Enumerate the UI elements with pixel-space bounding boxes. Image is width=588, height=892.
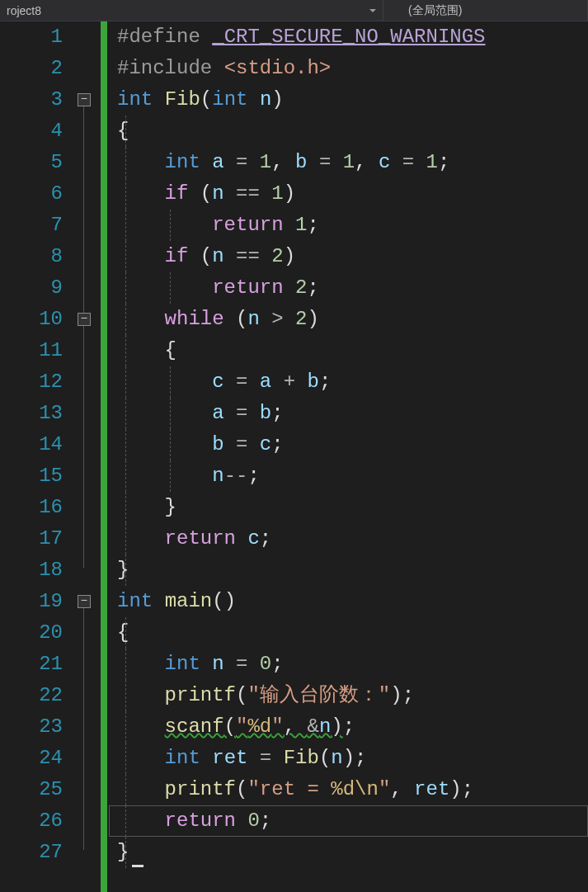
indent-guide [170,398,171,429]
fold-toggle[interactable]: − [78,313,91,326]
comma: , [355,151,379,173]
code-line[interactable]: int ret = Fib(n); [117,743,588,774]
line-number: 12 [0,366,63,398]
format-specifier: %d [331,778,355,800]
code-editor[interactable]: 1 2 3 4 5 6 7 8 9 10 11 12 13 14 15 16 1… [0,21,588,892]
variable: n [331,747,342,769]
code-line[interactable]: n--; [117,460,588,492]
code-line[interactable]: return 0; [117,805,588,837]
code-line[interactable]: return 1; [117,210,588,241]
line-number: 8 [0,241,63,272]
paren: ( [236,684,247,706]
variable: n [247,308,259,330]
indent-guide [125,429,126,460]
line-number: 5 [0,147,63,178]
indent-guide [125,837,126,868]
string-quote: " [271,715,283,738]
fold-toggle[interactable]: − [78,595,91,608]
code-line[interactable]: { [117,116,588,147]
type-keyword: int [117,88,153,111]
semicolon: ; [438,151,449,173]
string-quote: " [236,715,247,738]
indent-guide [125,649,126,680]
code-line[interactable]: return 2; [117,272,588,304]
code-line[interactable]: } [117,555,588,586]
code-line[interactable]: int Fib(int n) [117,84,588,116]
indent-guide [125,241,126,272]
operator: = [224,653,260,675]
paren: ) [343,747,355,769]
paren: ) [449,778,461,800]
navigation-bar: roject8 (全局范围) [0,0,588,21]
number: 1 [260,151,271,173]
indent-guide [125,147,126,178]
number: 0 [247,809,259,832]
paren: ( [200,88,212,111]
scope-dropdown[interactable]: (全局范围) [383,0,588,21]
line-number: 22 [0,680,63,711]
paren: ) [307,308,318,330]
variable: n [212,245,223,267]
variable: c [212,370,223,393]
project-dropdown[interactable]: roject8 [0,0,383,21]
code-line[interactable]: #define _CRT_SECURE_NO_WARNINGS [117,21,588,53]
line-number: 14 [0,429,63,460]
semicolon: ; [402,684,414,706]
code-line[interactable]: } [117,837,588,868]
code-line[interactable]: if (n == 2) [117,241,588,272]
number: 2 [295,308,307,330]
code-line[interactable]: printf("输入台阶数："); [117,680,588,711]
code-line[interactable]: { [117,335,588,366]
operator: = [247,747,283,769]
code-line[interactable]: int main() [117,586,588,617]
code-line[interactable]: { [117,617,588,649]
variable: a [212,402,223,424]
line-number: 7 [0,210,63,241]
semicolon: ; [260,809,271,832]
control-keyword: return [212,276,283,299]
string-literal: "输入台阶数：" [247,684,390,706]
indent-guide [125,711,126,743]
code-line[interactable]: int a = 1, b = 1, c = 1; [117,147,588,178]
code-line[interactable]: a = b; [117,398,588,429]
code-line[interactable]: if (n == 1) [117,178,588,210]
paren: ) [224,590,236,612]
comma: , [390,778,414,800]
code-line[interactable]: } [117,492,588,523]
paren: ( [236,778,247,800]
code-line[interactable]: while (n > 2) [117,304,588,335]
brace: { [117,621,129,644]
paren: ) [271,88,283,111]
control-keyword: if [165,245,189,267]
code-line[interactable]: #include <stdio.h> [117,53,588,84]
fold-toggle[interactable]: − [78,93,91,106]
function-name: Fib [165,88,200,111]
operator: = [390,151,426,173]
fold-line [83,608,84,850]
operator: = [224,151,260,173]
variable: n [212,465,223,487]
indent-guide [170,366,171,398]
code-line[interactable]: int n = 0; [117,649,588,680]
operator: & [307,715,318,738]
line-number: 1 [0,21,63,53]
semicolon: ; [343,715,355,738]
param: n [260,88,271,111]
escape-sequence: \n [355,778,379,800]
code-line[interactable]: c = a + b; [117,366,588,398]
code-line[interactable]: scanf("%d", &n); [117,711,588,743]
project-dropdown-label: roject8 [7,4,41,17]
semicolon: ; [355,747,366,769]
code-line[interactable]: printf("ret = %d\n", ret); [117,774,588,805]
code-line[interactable]: return c; [117,523,588,555]
type-keyword: int [117,590,153,612]
code-line[interactable]: b = c; [117,429,588,460]
number: 1 [271,182,283,205]
indent-guide [125,523,126,555]
variable: ret [414,778,449,800]
indent-guide [125,304,126,335]
line-number: 13 [0,398,63,429]
chevron-down-icon [369,9,376,12]
code-content[interactable]: #define _CRT_SECURE_NO_WARNINGS #include… [107,21,588,892]
preprocessor-keyword: #define [117,26,200,48]
